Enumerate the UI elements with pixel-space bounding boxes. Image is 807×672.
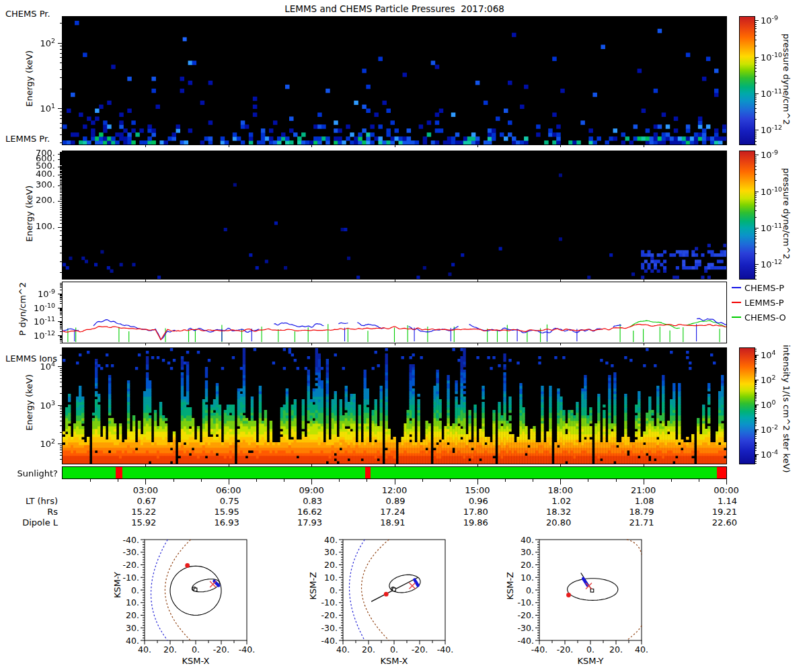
- colorbar-minor-tick: [755, 180, 757, 181]
- axis-minor-tick: [60, 155, 63, 156]
- colorbar-minor-tick: [755, 169, 757, 170]
- ephemeris-value: 17.24: [367, 507, 406, 517]
- axis-major-tick: [58, 159, 63, 160]
- colorbar-tick-label: 10-9: [761, 14, 778, 26]
- orbit-y-tick-label: -30.: [123, 547, 139, 557]
- panel-hour-tick: [477, 145, 478, 147]
- sunlight-bar: [63, 467, 726, 478]
- colorbar-minor-tick: [755, 393, 757, 394]
- orbit-y-tick-label: 10.: [324, 573, 338, 583]
- axis-tick-label: 102: [23, 37, 55, 48]
- axis-minor-tick: [60, 337, 63, 337]
- axis-major-tick: [58, 185, 63, 186]
- hour-tick: [229, 479, 229, 485]
- colorbar-minor-tick: [755, 418, 757, 419]
- colorbar-minor-tick: [755, 268, 757, 269]
- orbit-y-tick-label: -10.: [123, 573, 139, 583]
- axis-minor-tick: [60, 298, 63, 298]
- colorbar-minor-tick: [755, 71, 757, 72]
- axis-minor-tick: [60, 89, 63, 89]
- axis-major-tick: [58, 43, 63, 44]
- panel-hour-tick: [560, 343, 561, 345]
- orbit-y-tick-label: -30.: [321, 623, 338, 633]
- axis-minor-tick: [60, 152, 63, 153]
- axis-minor-tick: [60, 378, 63, 379]
- chems-p-line: [338, 323, 348, 324]
- colorbar-minor-tick: [755, 359, 757, 360]
- axis-minor-tick: [60, 220, 63, 220]
- ephemeris-value: 19.21: [698, 507, 737, 517]
- axis-tick-label: 100.: [23, 221, 55, 231]
- orbit-y-tick-label: -20.: [321, 610, 338, 620]
- axis-minor-tick: [60, 336, 63, 337]
- colorbar-minor-tick: [755, 60, 757, 61]
- orbit-x-tick-label: 0.: [586, 644, 594, 655]
- axis-major-tick: [58, 294, 63, 294]
- colorbar-minor-tick: [755, 197, 757, 198]
- colorbar-minor-tick: [755, 193, 757, 194]
- colorbar-minor-tick: [755, 413, 757, 414]
- axis-minor-tick: [60, 296, 63, 296]
- colorbar-tick-label: 10-12: [761, 258, 782, 269]
- colorbar-minor-tick: [755, 446, 757, 446]
- time-tick-label: 00:00: [705, 485, 748, 495]
- colorbar-minor-tick: [755, 161, 757, 161]
- colorbar-minor-tick: [755, 101, 757, 102]
- axis-major-tick: [58, 405, 63, 406]
- axis-minor-tick: [60, 246, 63, 247]
- colorbar-minor-tick: [755, 217, 757, 218]
- panel-hour-tick: [644, 145, 644, 147]
- hour-tick: [90, 479, 91, 482]
- ephemeris-value: 17.93: [283, 517, 322, 528]
- legend-dash-chems-o: [732, 317, 741, 318]
- ephemeris-value: 22.60: [698, 517, 737, 528]
- ephemeris-value: 0.96: [449, 496, 488, 506]
- axis-minor-tick: [60, 77, 63, 78]
- axis-minor-tick: [60, 171, 63, 172]
- axis-minor-tick: [60, 187, 63, 187]
- panel-hour-tick: [311, 280, 312, 282]
- axis-major-tick: [58, 444, 63, 444]
- hour-tick: [477, 479, 478, 485]
- axis-minor-tick: [60, 69, 63, 70]
- colorbar-minor-tick: [755, 351, 757, 351]
- hour-tick: [118, 479, 118, 482]
- colorbar-minor-tick: [755, 376, 757, 376]
- colorbar-minor-tick: [755, 83, 757, 83]
- hour-tick: [450, 479, 451, 482]
- panel-hour-tick: [644, 280, 644, 282]
- axis-minor-tick: [60, 118, 63, 119]
- axis-major-tick: [58, 154, 63, 155]
- axis-tick-label: 400.: [23, 169, 55, 179]
- colorbar-minor-tick: [755, 380, 757, 381]
- colorbar-minor-tick: [755, 461, 757, 462]
- orbit-y-tick-label: 20.: [126, 610, 139, 620]
- axis-minor-tick: [60, 191, 63, 192]
- orbit-x-tick-label: 20.: [609, 644, 623, 655]
- colorbar-minor-tick: [755, 450, 757, 451]
- colorbar-minor-tick: [755, 371, 757, 372]
- panel-lemms-pr-label: LEMMS Pr.: [5, 134, 50, 144]
- ephemeris-value: 18.91: [367, 517, 406, 528]
- colorbar-tick-label: 10-12: [761, 124, 782, 135]
- colorbar-major-tick: [755, 380, 759, 380]
- axis-minor-tick: [60, 313, 63, 314]
- axis-minor-tick: [60, 188, 63, 189]
- axis-minor-tick: [60, 162, 63, 163]
- colorbar-minor-tick: [755, 24, 757, 25]
- orbit-y-tick-label: 30.: [126, 623, 139, 633]
- colorbar-minor-tick: [755, 459, 757, 460]
- axis-minor-tick: [60, 322, 63, 323]
- colorbar-minor-tick: [755, 445, 757, 446]
- axis-minor-tick: [60, 310, 63, 310]
- ephemeris-value: 21.71: [615, 517, 654, 528]
- colorbar-minor-tick: [755, 276, 757, 276]
- axis-tick-label: 104: [23, 360, 55, 372]
- axis-tick-label: 102: [23, 437, 55, 449]
- colorbar-minor-tick: [755, 270, 757, 271]
- axis-minor-tick: [60, 177, 63, 178]
- colorbar-intensity: [740, 348, 755, 464]
- axis-minor-tick: [60, 190, 63, 190]
- axis-tick-label: 200.: [23, 195, 55, 205]
- panel-hour-tick: [395, 280, 395, 282]
